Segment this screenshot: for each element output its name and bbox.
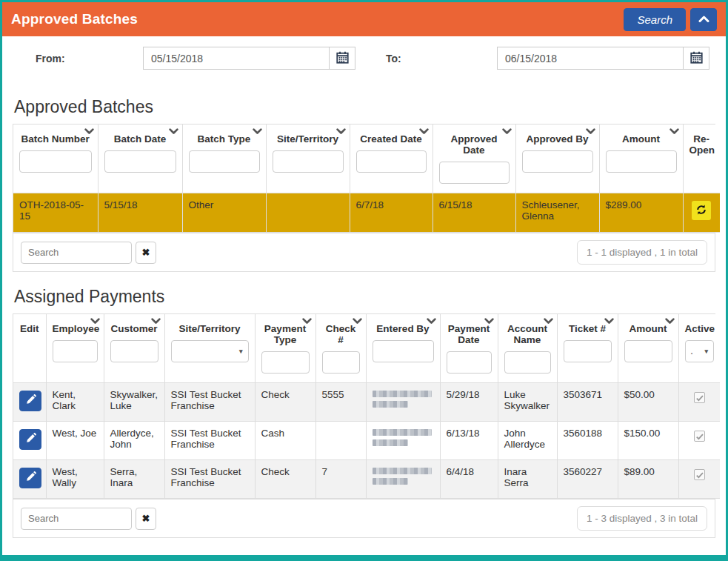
edit-button[interactable]	[19, 429, 41, 450]
to-calendar-button[interactable]	[683, 47, 709, 70]
chevron-down-icon	[336, 128, 346, 135]
column-header-account-name[interactable]: Account Name	[498, 314, 557, 383]
column-header-edit: Edit	[13, 314, 46, 383]
column-header-employee[interactable]: Employee	[46, 314, 104, 383]
approved-date-filter-input[interactable]	[439, 162, 510, 184]
payment-row[interactable]: Kent, Clark Skywalker, Luke SSI Test Buc…	[13, 383, 720, 422]
column-header-amount[interactable]: Amount	[599, 125, 683, 193]
created-date-cell: 6/7/18	[350, 193, 433, 233]
batches-clear-search-button[interactable]: ✖	[136, 242, 156, 264]
column-header-approved-by[interactable]: Approved By	[515, 125, 599, 193]
batch-number-filter-input[interactable]	[19, 150, 92, 173]
account-name-filter-input[interactable]	[504, 351, 551, 374]
edit-button[interactable]	[19, 468, 41, 488]
column-header-site-territory[interactable]: Site/Territory	[266, 125, 350, 193]
column-header-created-date[interactable]: Created Date	[350, 125, 433, 193]
amount-cell: $89.00	[618, 460, 678, 499]
approved-batches-page: Approved Batches Search From: To: Approv…	[0, 0, 728, 561]
payments-pagination: 1 - 3 displayed , 3 in total	[577, 506, 707, 531]
caret-down-icon: ▾	[239, 348, 243, 355]
column-label: Batch Type	[198, 133, 251, 145]
batch-date-filter-input[interactable]	[104, 150, 176, 173]
column-label: Created Date	[360, 133, 421, 145]
column-header-pay-amount[interactable]: Amount	[618, 314, 678, 383]
batches-search-input[interactable]	[21, 242, 132, 264]
column-header-customer[interactable]: Customer	[104, 314, 164, 383]
column-header-batch-date[interactable]: Batch Date	[98, 125, 182, 193]
payment-type-cell: Cash	[255, 422, 315, 460]
active-filter-select[interactable]: .▾	[685, 340, 715, 362]
column-label: Amount	[622, 133, 660, 145]
date-filter-row: From: To:	[2, 47, 726, 82]
column-header-approved-date[interactable]: Approved Date	[433, 125, 515, 193]
reopen-cell	[683, 193, 720, 233]
site-territory-cell	[266, 193, 350, 233]
column-header-entered-by[interactable]: Entered By	[366, 314, 440, 383]
amount-cell: $289.00	[599, 193, 683, 233]
customer-filter-input[interactable]	[110, 340, 158, 362]
site-territory-filter-input[interactable]	[273, 150, 344, 173]
batch-row[interactable]: OTH-2018-05-15 5/15/18 Other 6/7/18 6/15…	[13, 193, 720, 233]
column-label: Amount	[630, 323, 667, 334]
employee-filter-input[interactable]	[53, 340, 98, 362]
column-label: Check #	[326, 323, 356, 345]
edit-button[interactable]	[19, 391, 41, 411]
account-name-cell: Luke Skywalker	[498, 383, 557, 422]
column-header-payment-date[interactable]: Payment Date	[440, 314, 498, 383]
active-checkbox[interactable]	[694, 469, 705, 480]
entered-by-filter-input[interactable]	[373, 340, 434, 362]
from-calendar-button[interactable]	[329, 47, 355, 70]
column-header-payment-type[interactable]: Payment Type	[255, 314, 315, 383]
payment-row[interactable]: West, Wally Serra, Inara SSI Test Bucket…	[13, 460, 720, 499]
payments-search-input[interactable]	[21, 508, 132, 530]
payments-clear-search-button[interactable]: ✖	[136, 508, 156, 530]
batches-section-title: Approved Batches	[14, 97, 715, 117]
site-territory-filter-select[interactable]: ▾	[171, 340, 249, 362]
column-header-batch-type[interactable]: Batch Type	[182, 125, 266, 193]
payments-section-title: Assigned Payments	[14, 287, 715, 307]
chevron-down-icon	[586, 128, 595, 135]
column-label: Customer	[110, 323, 157, 334]
payment-type-filter-input[interactable]	[261, 351, 310, 374]
chevron-up-icon	[698, 14, 709, 25]
column-label: Account Name	[507, 323, 547, 345]
check-number-filter-input[interactable]	[322, 351, 360, 374]
amount-filter-input[interactable]	[606, 150, 677, 173]
column-header-batch-number[interactable]: Batch Number	[13, 125, 98, 193]
pay-amount-filter-input[interactable]	[624, 340, 672, 362]
payment-date-cell: 6/4/18	[440, 460, 498, 499]
pencil-icon	[25, 433, 36, 446]
active-cell	[678, 383, 720, 422]
from-date-input[interactable]	[143, 47, 330, 70]
column-header-check-number[interactable]: Check #	[315, 314, 366, 383]
column-header-ticket-number[interactable]: Ticket #	[557, 314, 618, 383]
active-checkbox[interactable]	[694, 431, 705, 442]
batches-header-row: Batch Number Batch Date Batch Type	[13, 125, 720, 193]
active-cell	[678, 422, 720, 460]
to-date-group	[497, 47, 709, 70]
chevron-down-icon	[253, 128, 262, 135]
active-checkbox[interactable]	[694, 392, 705, 403]
reopen-button[interactable]	[692, 201, 711, 220]
batches-footer: ✖ 1 - 1 displayed , 1 in total	[13, 233, 715, 271]
redacted-text	[373, 389, 434, 408]
page-header: Approved Batches Search	[2, 2, 726, 36]
to-date-input[interactable]	[497, 47, 684, 70]
check-number-cell: 7	[315, 460, 366, 499]
created-date-filter-input[interactable]	[356, 150, 427, 173]
chevron-down-icon	[502, 128, 512, 135]
payment-date-filter-input[interactable]	[447, 351, 492, 374]
collapse-button[interactable]	[690, 8, 717, 31]
approved-date-cell: 6/15/18	[433, 193, 515, 233]
caret-down-icon: ▾	[704, 348, 708, 355]
ticket-number-filter-input[interactable]	[564, 340, 612, 362]
batch-date-cell: 5/15/18	[98, 193, 182, 233]
employee-cell: Kent, Clark	[46, 383, 104, 422]
search-button[interactable]: Search	[624, 8, 686, 31]
chevron-down-icon	[484, 318, 494, 325]
payment-row[interactable]: West, Joe Allerdyce, John SSI Test Bucke…	[13, 422, 720, 460]
batch-type-filter-input[interactable]	[189, 150, 260, 173]
column-label: Edit	[20, 323, 39, 334]
payment-type-cell: Check	[255, 383, 315, 422]
approved-by-filter-input[interactable]	[522, 150, 593, 173]
